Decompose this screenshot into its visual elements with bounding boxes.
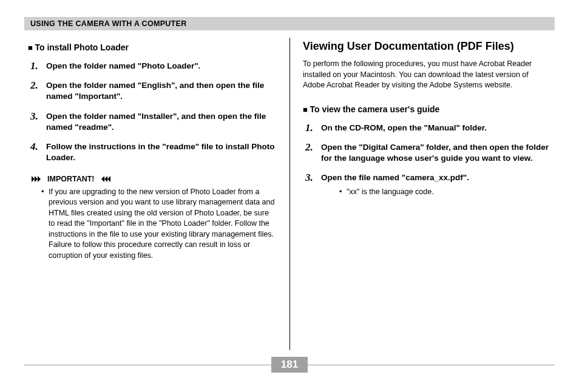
important-bullet: If you are upgrading to the new version … (41, 187, 276, 262)
install-steps-list: Open the folder named "Photo Loader". Op… (30, 61, 276, 164)
content-columns: To install Photo Loader Open the folder … (24, 38, 555, 353)
column-divider (290, 38, 290, 350)
section-header: USING THE CAMERA WITH A COMPUTER (24, 17, 555, 30)
page-number-badge: 181 (271, 357, 308, 373)
footer-rule-right (308, 365, 555, 365)
important-bullet-list: If you are upgrading to the new version … (41, 187, 276, 262)
install-step: Open the folder named "Photo Loader". (30, 61, 276, 72)
important-block: IMPORTANT! If you are upgrading to the n… (32, 175, 276, 262)
left-column: To install Photo Loader Open the folder … (24, 38, 290, 353)
install-step: Follow the instructions in the "readme" … (30, 141, 276, 163)
install-step: Open the folder named "English", and the… (30, 80, 276, 102)
view-guide-steps: On the CD-ROM, open the "Manual" folder.… (305, 123, 551, 198)
view-step: Open the "Digital Camera" folder, and th… (305, 142, 551, 164)
footer-rule-left (24, 365, 271, 365)
important-heading: IMPORTANT! (32, 175, 276, 183)
right-main-heading: Viewing User Documentation (PDF Files) (303, 40, 551, 53)
install-step: Open the folder named "Installer", and t… (30, 111, 276, 133)
page-footer: 181 (24, 357, 555, 373)
view-step: Open the file named "camera_xx.pdf". "xx… (305, 172, 551, 198)
arrows-left-icon (97, 176, 110, 182)
step-note-list: "xx" is the language code. (339, 187, 551, 198)
right-subheading: To view the camera user's guide (303, 104, 551, 114)
view-step-text: Open the file named "camera_xx.pdf". (321, 173, 469, 182)
arrows-right-icon (32, 176, 45, 182)
left-subheading: To install Photo Loader (28, 42, 276, 52)
right-intro: To perform the following procedures, you… (303, 59, 551, 91)
right-column: Viewing User Documentation (PDF Files) T… (290, 38, 555, 353)
view-step: On the CD-ROM, open the "Manual" folder. (305, 123, 551, 133)
step-note: "xx" is the language code. (339, 187, 551, 198)
important-label-text: IMPORTANT! (47, 175, 95, 183)
